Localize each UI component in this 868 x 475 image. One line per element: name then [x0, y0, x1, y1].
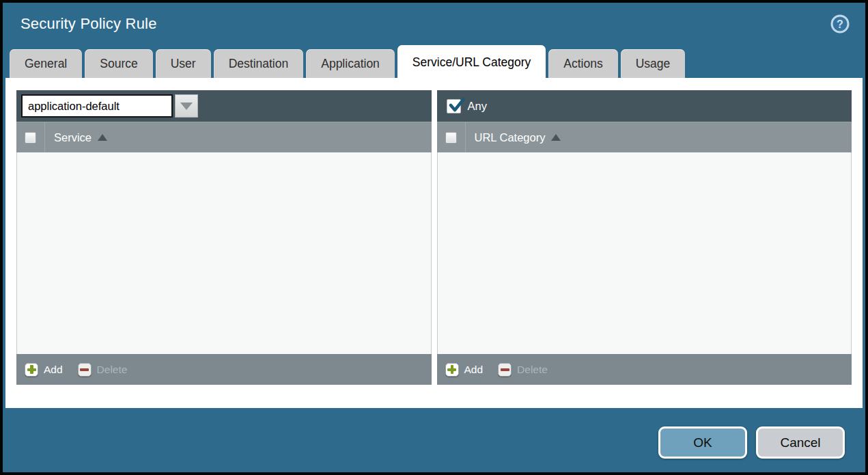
- service-column-label: Service: [54, 131, 92, 144]
- ok-button[interactable]: OK: [658, 426, 747, 459]
- security-policy-rule-dialog: Security Policy Rule ? General Source Us…: [0, 0, 868, 475]
- url-category-add-button[interactable]: Add: [445, 363, 484, 377]
- dialog-tabs: General Source User Destination Applicat…: [3, 45, 865, 78]
- service-select-all-cell: [16, 122, 45, 152]
- svg-text:?: ?: [837, 18, 843, 30]
- service-panel: application-default Service Add: [16, 90, 432, 385]
- service-type-dropdown[interactable]: application-default: [21, 94, 173, 118]
- tab-application[interactable]: Application: [306, 49, 395, 78]
- service-column-header[interactable]: Service: [45, 131, 107, 144]
- tab-service-url-category[interactable]: Service/URL Category: [397, 45, 546, 78]
- dialog-title: Security Policy Rule: [20, 15, 157, 33]
- service-table-header: Service: [16, 122, 432, 152]
- tab-usage[interactable]: Usage: [621, 49, 686, 78]
- url-category-delete-label: Delete: [517, 364, 548, 376]
- service-panel-toolbar: Add Delete: [16, 354, 432, 385]
- dialog-titlebar: Security Policy Rule ?: [3, 3, 865, 45]
- url-category-table-header: URL Category: [437, 122, 852, 152]
- url-category-select-all-checkbox[interactable]: [445, 132, 457, 144]
- url-category-panel: Any URL Category Add Delete: [437, 90, 852, 385]
- tab-user[interactable]: User: [156, 49, 211, 78]
- chevron-down-icon: [180, 103, 193, 110]
- any-checkbox[interactable]: [447, 99, 461, 113]
- help-icon[interactable]: ?: [830, 14, 850, 34]
- url-category-column-label: URL Category: [475, 131, 546, 144]
- dialog-actions: OK Cancel: [658, 426, 845, 459]
- service-list-body: [16, 152, 432, 354]
- service-delete-button[interactable]: Delete: [78, 363, 128, 377]
- service-panel-topbar: application-default: [16, 90, 432, 122]
- tab-destination[interactable]: Destination: [214, 49, 304, 78]
- plus-icon: [445, 363, 459, 377]
- service-type-dropdown-button[interactable]: [175, 94, 198, 118]
- url-category-list-body: [437, 152, 852, 354]
- sort-ascending-icon: [98, 134, 107, 141]
- minus-icon: [78, 363, 92, 377]
- service-select-all-checkbox[interactable]: [25, 132, 36, 144]
- tab-general[interactable]: General: [10, 49, 82, 78]
- service-add-label: Add: [44, 364, 63, 376]
- service-delete-label: Delete: [97, 364, 128, 376]
- any-checkbox-label: Any: [468, 100, 487, 113]
- sort-ascending-icon: [551, 134, 561, 141]
- url-category-column-header[interactable]: URL Category: [466, 131, 561, 144]
- tab-content-area: application-default Service Add: [5, 78, 863, 408]
- minus-icon: [498, 363, 512, 377]
- url-category-panel-toolbar: Add Delete: [437, 354, 852, 385]
- url-category-panel-topbar: Any: [437, 90, 852, 122]
- service-add-button[interactable]: Add: [25, 363, 63, 377]
- plus-icon: [25, 363, 38, 377]
- cancel-button[interactable]: Cancel: [756, 426, 845, 459]
- url-category-select-all-cell: [437, 122, 466, 152]
- tab-source[interactable]: Source: [85, 49, 152, 78]
- tab-actions[interactable]: Actions: [548, 49, 617, 78]
- url-category-delete-button[interactable]: Delete: [498, 363, 548, 377]
- url-category-add-label: Add: [464, 364, 484, 376]
